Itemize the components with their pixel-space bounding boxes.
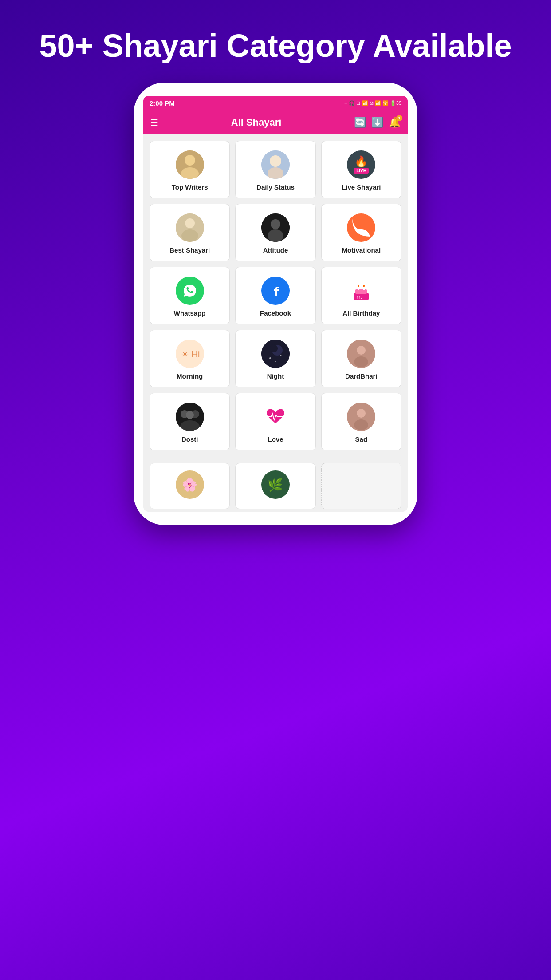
grid-item-motivational[interactable]: ❝ Motivational — [321, 204, 401, 261]
svg-point-10 — [271, 219, 280, 229]
app-bar: ☰ All Shayari 🔄 ⬇️ 🔔 1 — [143, 111, 408, 134]
svg-text:❝: ❝ — [357, 224, 361, 233]
night-label: Night — [267, 372, 284, 380]
top-writers-label: Top Writers — [172, 183, 208, 191]
sad-label: Sad — [355, 435, 368, 443]
svg-point-11 — [268, 229, 283, 242]
svg-point-28 — [280, 355, 281, 356]
status-time: 2:00 PM — [150, 99, 175, 107]
svg-rect-18 — [363, 287, 365, 290]
motivational-icon: ❝ — [347, 213, 375, 242]
grid-item-partial3 — [321, 463, 401, 509]
refresh-icon[interactable]: 🔄 — [354, 117, 366, 128]
app-title: All Shayari — [164, 117, 349, 128]
attitude-label: Attitude — [263, 246, 288, 254]
phone-screen: 2:00 PM ··· 🎧 ⊞ 📶 ⊠ 📶 🛜 🔋39 ☰ All Shayar… — [143, 96, 408, 512]
dardbhari-icon — [347, 340, 375, 368]
live-shayari-label: Live Shayari — [342, 183, 381, 191]
best-shayari-icon — [176, 213, 204, 242]
grid-item-all-birthday[interactable]: ♪♪♪ All Birthday — [321, 267, 401, 324]
svg-point-36 — [186, 411, 194, 419]
whatsapp-icon — [176, 277, 204, 305]
love-label: Love — [268, 435, 283, 443]
dosti-label: Dosti — [181, 435, 198, 443]
daily-status-label: Daily Status — [256, 183, 295, 191]
svg-point-7 — [185, 218, 195, 228]
grid-item-partial2[interactable]: 🌿 — [235, 463, 315, 509]
best-shayari-label: Best Shayari — [169, 246, 210, 254]
morning-label: Morning — [177, 372, 203, 380]
grid-item-dardbhari[interactable]: DardBhari — [321, 330, 401, 387]
all-birthday-label: All Birthday — [342, 309, 380, 317]
grid-item-live-shayari[interactable]: 🔥 LIVE Live Shayari — [321, 141, 401, 198]
attitude-icon — [261, 213, 290, 242]
svg-point-20 — [363, 285, 365, 287]
love-icon — [261, 403, 290, 431]
svg-point-29 — [275, 361, 276, 362]
grid-item-daily-status[interactable]: Daily Status — [235, 141, 315, 198]
morning-icon: ☀ Hi — [176, 340, 204, 368]
svg-point-27 — [269, 357, 271, 359]
svg-rect-17 — [358, 287, 359, 290]
headline: 50+ Shayari Category Available — [4, 0, 547, 83]
categories-grid: Top Writers Daily Status 🔥 LIVE — [143, 134, 408, 457]
grid-item-sad[interactable]: Sad — [321, 393, 401, 450]
facebook-label: Facebook — [260, 309, 291, 317]
svg-point-39 — [357, 409, 366, 418]
top-writers-icon — [176, 150, 204, 179]
hamburger-icon[interactable]: ☰ — [150, 117, 158, 128]
bell-icon[interactable]: 🔔 1 — [389, 117, 401, 128]
grid-item-facebook[interactable]: Facebook — [235, 267, 315, 324]
status-bar: 2:00 PM ··· 🎧 ⊞ 📶 ⊠ 📶 🛜 🔋39 — [143, 96, 408, 111]
live-shayari-icon: 🔥 LIVE — [347, 150, 375, 179]
sad-icon — [347, 403, 375, 431]
whatsapp-label: Whatsapp — [174, 309, 206, 317]
svg-point-1 — [185, 155, 195, 166]
motivational-label: Motivational — [342, 246, 381, 254]
bell-badge: 1 — [396, 115, 402, 121]
svg-point-4 — [270, 155, 281, 167]
grid-item-whatsapp[interactable]: Whatsapp — [150, 267, 230, 324]
grid-item-night[interactable]: Night — [235, 330, 315, 387]
svg-point-19 — [358, 285, 359, 287]
grid-item-best-shayari[interactable]: Best Shayari — [150, 204, 230, 261]
svg-point-31 — [357, 346, 366, 355]
download-icon[interactable]: ⬇️ — [371, 117, 383, 128]
night-icon — [261, 340, 290, 368]
svg-point-40 — [354, 419, 368, 430]
grid-item-morning[interactable]: ☀ Hi Morning — [150, 330, 230, 387]
svg-rect-16 — [355, 289, 367, 294]
facebook-icon — [261, 277, 290, 305]
grid-item-love[interactable]: Love — [235, 393, 315, 450]
grid-item-attitude[interactable]: Attitude — [235, 204, 315, 261]
svg-point-8 — [181, 229, 198, 242]
dosti-icon — [176, 403, 204, 431]
grid-item-top-writers[interactable]: Top Writers — [150, 141, 230, 198]
daily-status-icon — [261, 150, 290, 179]
more-categories-row: 🌸 🌿 — [143, 457, 408, 512]
all-birthday-icon: ♪♪♪ — [347, 277, 375, 305]
svg-point-26 — [270, 344, 278, 352]
status-icons: ··· 🎧 ⊞ 📶 ⊠ 📶 🛜 🔋39 — [343, 100, 401, 106]
svg-text:♪♪♪: ♪♪♪ — [356, 295, 363, 300]
grid-item-dosti[interactable]: Dosti — [150, 393, 230, 450]
phone-wrapper: 2:00 PM ··· 🎧 ⊞ 📶 ⊠ 📶 🛜 🔋39 ☰ All Shayar… — [134, 83, 417, 525]
dardbhari-label: DardBhari — [345, 372, 378, 380]
svg-point-32 — [354, 356, 368, 367]
grid-item-partial1[interactable]: 🌸 — [150, 463, 230, 509]
svg-text:☀ Hi: ☀ Hi — [181, 349, 200, 359]
